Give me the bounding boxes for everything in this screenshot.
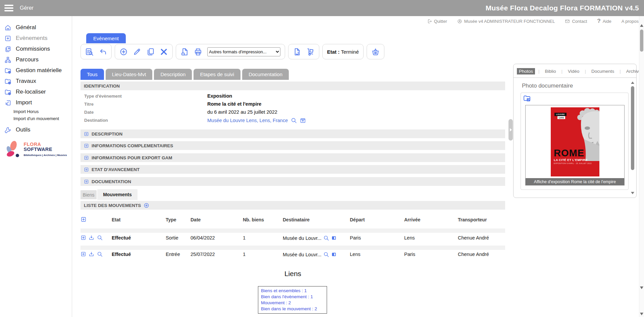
tab-tous[interactable]: Tous: [80, 69, 104, 80]
delete-x-icon[interactable]: [160, 48, 168, 56]
attach-document-icon[interactable]: [293, 48, 301, 56]
subtab-mouvements[interactable]: Mouvements: [97, 189, 138, 200]
movements-list-header: LISTE DES MOUVEMENTS: [80, 201, 505, 210]
scroll-down-icon[interactable]: [631, 192, 634, 194]
edit-pencil-icon[interactable]: [133, 48, 141, 56]
printer-icon[interactable]: [194, 48, 202, 56]
sidebar-item-evenements[interactable]: Evènements: [0, 33, 72, 44]
destinataire-link[interactable]: Musée du Louvr...: [283, 235, 321, 241]
lien-bien-evenement[interactable]: Bien dans l'évènement : 1: [261, 294, 324, 300]
tab-description[interactable]: Description: [154, 69, 192, 80]
search-icon[interactable]: [323, 235, 329, 241]
exhibition-poster-image[interactable]: LOUVRE Lens ROME LA CITÉ ET L'EMPIRE EXP…: [551, 107, 599, 176]
status-value: Terminé: [341, 49, 359, 55]
basket-icon: [371, 48, 380, 56]
photo-frame: LOUVRE Lens ROME LA CITÉ ET L'EMPIRE EXP…: [525, 105, 625, 186]
view-row-icon[interactable]: [97, 235, 103, 241]
destination-link[interactable]: Musée du Louvre Lens, Lens, France: [207, 118, 288, 123]
tab-etapes-de-suivi[interactable]: Etapes de suivi: [194, 69, 240, 80]
panel-tab-video[interactable]: Vidéo: [566, 68, 581, 74]
scroll-thumb[interactable]: [640, 30, 643, 52]
import-row-icon[interactable]: [89, 251, 94, 257]
open-form-icon[interactable]: [331, 252, 337, 257]
expand-plus-icon[interactable]: [84, 131, 89, 137]
poster-dates: EXPOSITION 6 AVRIL - 25 JUILLET 2022: [554, 162, 592, 164]
sidebar-item-gestion-materielle[interactable]: Gestion matérielle: [0, 65, 72, 76]
subtab-biens[interactable]: Biens: [80, 190, 97, 199]
section-informations-export-gam[interactable]: INFORMATIONS POUR EXPORT GAM: [80, 153, 505, 162]
section-documentation[interactable]: DOCUMENTATION: [80, 177, 505, 186]
view-row-icon[interactable]: [97, 251, 103, 257]
quit-button[interactable]: Quitter: [427, 19, 447, 24]
sidebar-item-relocaliser[interactable]: Re-localiser: [0, 87, 72, 97]
basket-button[interactable]: [367, 44, 384, 59]
expand-plus-icon[interactable]: [84, 143, 89, 148]
lien-bien-mouvement[interactable]: Bien dans le mouvement : 2: [261, 306, 324, 312]
add-record-icon[interactable]: [119, 48, 128, 56]
search-icon[interactable]: [291, 117, 297, 123]
scroll-down-icon[interactable]: [640, 313, 643, 315]
media-panel: Photos| Biblio| Vidéo| Documents| Archiv…: [513, 64, 637, 198]
expand-plus-icon[interactable]: [84, 167, 89, 172]
open-form-icon[interactable]: [331, 235, 337, 241]
scroll-up-icon[interactable]: [631, 82, 634, 84]
lien-biens-ensembles[interactable]: Biens et ensembles : 1: [261, 288, 324, 294]
sidebar-item-general[interactable]: Général: [0, 22, 72, 33]
flora-software-logo: FLORA SOFTWARE Bibliothèques | Archives …: [3, 136, 70, 163]
sidebar-item-commissions[interactable]: Commissions: [0, 44, 72, 54]
print-document-icon[interactable]: [180, 48, 189, 56]
scroll-down-icon[interactable]: [640, 286, 643, 289]
chevron-right-icon: [510, 128, 512, 131]
add-movement-icon[interactable]: [144, 203, 149, 208]
sidebar-item-outils[interactable]: Outils: [0, 124, 72, 135]
about-button[interactable]: A propos: [622, 19, 639, 24]
media-panel-tabs: Photos| Biblio| Vidéo| Documents| Archiv…: [517, 68, 628, 74]
scroll-thumb[interactable]: [631, 86, 634, 170]
expand-plus-icon[interactable]: [84, 155, 89, 160]
sidebar-subitem-import-mouvement[interactable]: Import d'un mouvement: [0, 115, 72, 122]
documents-stack-icon: [4, 46, 11, 53]
tab-documentation[interactable]: Documentation: [242, 69, 289, 80]
print-format-select[interactable]: Autres formats d'impression...: [207, 47, 280, 56]
record-type-tab[interactable]: Evènement: [86, 33, 126, 43]
scroll-up-icon[interactable]: [640, 24, 643, 27]
panel-splitter-handle[interactable]: [508, 119, 513, 141]
folder-image-icon[interactable]: [523, 94, 531, 102]
panel-tab-photos[interactable]: Photos: [517, 68, 535, 74]
expand-row-icon[interactable]: [80, 235, 86, 241]
folder-globe-icon: [4, 89, 11, 96]
current-user[interactable]: Musée v4 ADMINISTRATEUR FONCTIONNEL: [457, 19, 555, 24]
help-button[interactable]: ? Aide: [597, 18, 611, 24]
sidebar-item-parcours[interactable]: Parcours: [0, 54, 72, 65]
lien-mouvement[interactable]: Mouvement : 2: [261, 300, 324, 306]
import-row-icon[interactable]: [89, 235, 94, 241]
duplicate-icon[interactable]: [146, 48, 155, 56]
back-undo-icon[interactable]: [99, 48, 107, 56]
open-record-icon[interactable]: [300, 117, 306, 123]
panel-tab-documents[interactable]: Documents: [589, 68, 616, 74]
destinataire-link[interactable]: Musée du Louvr...: [283, 252, 321, 257]
sidebar-subitem-import-horus[interactable]: Import Horus: [0, 108, 72, 115]
row-separator: [80, 246, 505, 250]
section-informations-complementaires[interactable]: INFORMATIONS COMPLEMENTAIRES: [80, 141, 505, 150]
toolbar-group-actions: [288, 44, 319, 59]
movement-row-2[interactable]: Effectué Entrée 25/07/2022 1 Musée du Lo…: [80, 251, 505, 258]
search-icon[interactable]: [323, 252, 329, 257]
page-scrollbar[interactable]: [639, 16, 644, 317]
tab-lieu-dates-mvt[interactable]: Lieu-Dates-Mvt: [106, 69, 153, 80]
movement-row-1[interactable]: Effectué Sortie 06/04/2022 1 Musée du Lo…: [80, 234, 505, 242]
expand-plus-icon[interactable]: [84, 179, 89, 184]
sidebar-item-import[interactable]: Import: [0, 97, 72, 108]
panel-tab-biblio[interactable]: Biblio: [543, 68, 558, 74]
contact-button[interactable]: Contact: [565, 19, 587, 24]
menu-label[interactable]: Gérer: [20, 5, 34, 11]
result-list-icon[interactable]: [85, 48, 94, 56]
expand-row-icon[interactable]: [80, 251, 86, 257]
section-description[interactable]: DESCRIPTION: [80, 129, 505, 138]
panel-scrollbar[interactable]: [631, 81, 635, 195]
sidebar-item-travaux[interactable]: Travaux: [0, 76, 72, 87]
section-etat-avancement[interactable]: ETAT D'AVANCEMENT: [80, 165, 505, 174]
movement-trolley-icon[interactable]: [306, 48, 315, 56]
hamburger-menu-icon[interactable]: [4, 5, 13, 11]
expand-all-icon[interactable]: [80, 216, 87, 222]
